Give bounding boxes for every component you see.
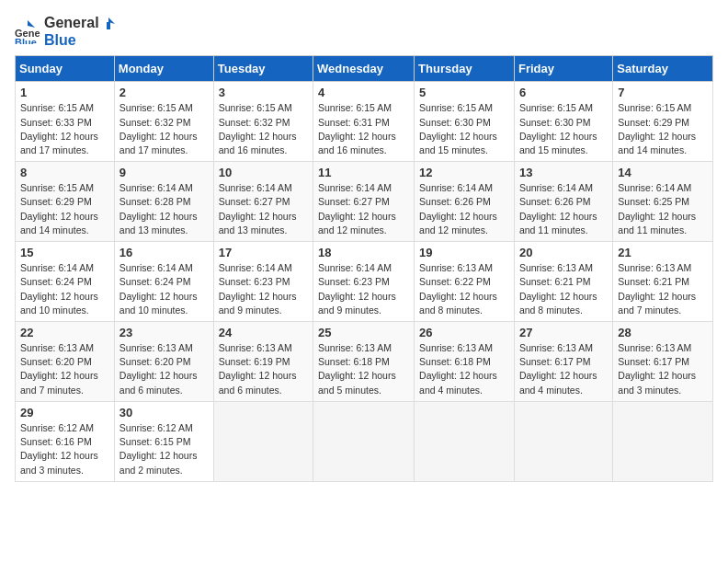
daylight-text: Daylight: 12 hours and 4 minutes. [419,370,497,395]
calendar-cell: 30 Sunrise: 6:12 AM Sunset: 6:15 PM Dayl… [114,401,213,481]
logo-chevron-icon [100,16,117,32]
cell-text: Sunrise: 6:13 AM Sunset: 6:22 PM Dayligh… [419,261,509,317]
calendar-cell: 21 Sunrise: 6:13 AM Sunset: 6:21 PM Dayl… [613,242,713,322]
calendar-week-2: 8 Sunrise: 6:15 AM Sunset: 6:29 PM Dayli… [16,162,713,242]
daylight-text: Daylight: 12 hours and 11 minutes. [519,211,597,236]
daylight-text: Daylight: 12 hours and 3 minutes. [20,450,98,475]
weekday-header-thursday: Thursday [415,56,515,82]
calendar-cell: 7 Sunrise: 6:15 AM Sunset: 6:29 PM Dayli… [613,82,713,162]
weekday-header-saturday: Saturday [613,56,713,82]
day-number: 14 [618,166,708,179]
sunrise-text: Sunrise: 6:12 AM [119,422,193,433]
cell-text: Sunrise: 6:13 AM Sunset: 6:21 PM Dayligh… [519,261,608,317]
cell-text: Sunrise: 6:14 AM Sunset: 6:23 PM Dayligh… [219,261,308,317]
sunset-text: Sunset: 6:23 PM [318,276,390,287]
calendar-cell: 15 Sunrise: 6:14 AM Sunset: 6:24 PM Dayl… [16,242,115,322]
cell-text: Sunrise: 6:15 AM Sunset: 6:32 PM Dayligh… [219,101,308,157]
daylight-text: Daylight: 12 hours and 16 minutes. [318,131,396,155]
cell-text: Sunrise: 6:15 AM Sunset: 6:29 PM Dayligh… [618,101,708,157]
logo-blue-text: Blue [44,32,118,49]
sunset-text: Sunset: 6:16 PM [20,436,92,447]
sunrise-text: Sunrise: 6:13 AM [419,342,493,353]
calendar-cell [613,401,713,481]
sunset-text: Sunset: 6:20 PM [20,356,92,367]
cell-text: Sunrise: 6:13 AM Sunset: 6:21 PM Dayligh… [618,261,708,317]
cell-text: Sunrise: 6:12 AM Sunset: 6:16 PM Dayligh… [20,421,109,477]
sunset-text: Sunset: 6:22 PM [419,276,491,287]
sunset-text: Sunset: 6:33 PM [20,117,92,128]
cell-text: Sunrise: 6:15 AM Sunset: 6:33 PM Dayligh… [20,101,109,157]
cell-text: Sunrise: 6:12 AM Sunset: 6:15 PM Dayligh… [119,421,209,477]
day-number: 17 [219,246,308,259]
daylight-text: Daylight: 12 hours and 9 minutes. [219,291,297,316]
day-number: 4 [318,86,409,99]
sunset-text: Sunset: 6:17 PM [519,356,591,367]
sunset-text: Sunset: 6:20 PM [119,356,191,367]
weekday-header-wednesday: Wednesday [313,56,415,82]
sunrise-text: Sunrise: 6:13 AM [119,342,193,353]
day-number: 19 [419,246,509,259]
calendar-cell: 9 Sunrise: 6:14 AM Sunset: 6:28 PM Dayli… [114,162,213,242]
day-number: 21 [618,246,708,259]
calendar-cell: 6 Sunrise: 6:15 AM Sunset: 6:30 PM Dayli… [514,82,612,162]
calendar-cell: 12 Sunrise: 6:14 AM Sunset: 6:26 PM Dayl… [415,162,515,242]
cell-text: Sunrise: 6:14 AM Sunset: 6:26 PM Dayligh… [519,181,608,237]
cell-text: Sunrise: 6:14 AM Sunset: 6:24 PM Dayligh… [20,261,109,317]
daylight-text: Daylight: 12 hours and 15 minutes. [419,131,497,155]
logo: General Blue General Blue [15,15,118,48]
day-number: 8 [20,166,109,179]
day-number: 25 [318,326,409,339]
calendar-week-4: 22 Sunrise: 6:13 AM Sunset: 6:20 PM Dayl… [16,321,713,401]
day-number: 1 [20,86,109,99]
sunrise-text: Sunrise: 6:13 AM [618,262,691,273]
calendar-cell: 27 Sunrise: 6:13 AM Sunset: 6:17 PM Dayl… [514,321,612,401]
calendar-cell: 4 Sunrise: 6:15 AM Sunset: 6:31 PM Dayli… [313,82,415,162]
sunrise-text: Sunrise: 6:14 AM [318,182,392,193]
calendar-cell: 10 Sunrise: 6:14 AM Sunset: 6:27 PM Dayl… [213,162,313,242]
sunset-text: Sunset: 6:26 PM [419,196,491,207]
sunrise-text: Sunrise: 6:15 AM [519,102,593,113]
day-number: 12 [419,166,509,179]
svg-text:Blue: Blue [15,37,37,44]
sunrise-text: Sunrise: 6:15 AM [318,102,392,113]
calendar-cell: 11 Sunrise: 6:14 AM Sunset: 6:27 PM Dayl… [313,162,415,242]
calendar-cell: 2 Sunrise: 6:15 AM Sunset: 6:32 PM Dayli… [114,82,213,162]
weekday-header-friday: Friday [514,56,612,82]
logo-general-text: General [44,15,99,30]
calendar-cell: 22 Sunrise: 6:13 AM Sunset: 6:20 PM Dayl… [16,321,115,401]
daylight-text: Daylight: 12 hours and 6 minutes. [119,370,198,395]
sunset-text: Sunset: 6:30 PM [519,117,591,128]
calendar-cell: 17 Sunrise: 6:14 AM Sunset: 6:23 PM Dayl… [213,242,313,322]
sunset-text: Sunset: 6:26 PM [519,196,591,207]
cell-text: Sunrise: 6:14 AM Sunset: 6:27 PM Dayligh… [219,181,308,237]
cell-text: Sunrise: 6:13 AM Sunset: 6:20 PM Dayligh… [20,341,109,397]
sunrise-text: Sunrise: 6:14 AM [119,182,193,193]
sunrise-text: Sunrise: 6:13 AM [20,342,94,353]
calendar-cell: 28 Sunrise: 6:13 AM Sunset: 6:17 PM Dayl… [613,321,713,401]
sunset-text: Sunset: 6:15 PM [119,436,191,447]
cell-text: Sunrise: 6:13 AM Sunset: 6:17 PM Dayligh… [519,341,608,397]
daylight-text: Daylight: 12 hours and 4 minutes. [519,370,597,395]
daylight-text: Daylight: 12 hours and 17 minutes. [20,131,98,155]
day-number: 3 [219,86,308,99]
day-number: 6 [519,86,608,99]
cell-text: Sunrise: 6:15 AM Sunset: 6:29 PM Dayligh… [20,181,109,237]
weekday-header-row: SundayMondayTuesdayWednesdayThursdayFrid… [16,56,713,82]
day-number: 16 [119,246,209,259]
daylight-text: Daylight: 12 hours and 12 minutes. [419,211,497,236]
daylight-text: Daylight: 12 hours and 12 minutes. [318,211,396,236]
sunset-text: Sunset: 6:27 PM [219,196,290,207]
daylight-text: Daylight: 12 hours and 10 minutes. [20,291,98,316]
daylight-text: Daylight: 12 hours and 3 minutes. [618,370,696,395]
cell-text: Sunrise: 6:15 AM Sunset: 6:31 PM Dayligh… [318,101,409,157]
calendar-table: SundayMondayTuesdayWednesdayThursdayFrid… [15,55,713,481]
daylight-text: Daylight: 12 hours and 13 minutes. [219,211,297,236]
day-number: 11 [318,166,409,179]
sunset-text: Sunset: 6:32 PM [119,117,191,128]
calendar-cell [213,401,313,481]
sunset-text: Sunset: 6:19 PM [219,356,290,367]
day-number: 29 [20,406,109,419]
day-number: 26 [419,326,509,339]
sunset-text: Sunset: 6:28 PM [119,196,191,207]
sunrise-text: Sunrise: 6:15 AM [119,102,193,113]
